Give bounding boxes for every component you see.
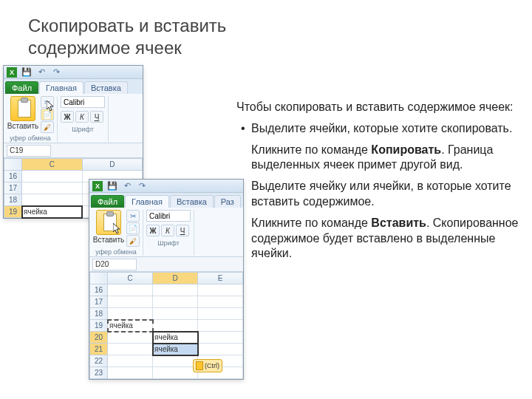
- font-group-label: Шрифт: [146, 239, 191, 247]
- source-cell-c19[interactable]: ячейка: [108, 320, 153, 332]
- paste-options-tag[interactable]: (Ctrl): [193, 359, 222, 372]
- redo-icon[interactable]: ↷: [51, 67, 61, 78]
- save-icon[interactable]: 💾: [107, 181, 117, 191]
- bold-button[interactable]: Ж: [61, 111, 74, 123]
- step-4: Кликните по команде Вставить. Скопирован…: [245, 216, 521, 262]
- italic-button[interactable]: К: [161, 225, 174, 236]
- pasted-cell-d21[interactable]: ячейка: [153, 344, 198, 355]
- copy-button[interactable]: 📄: [126, 222, 140, 234]
- redo-icon[interactable]: ↷: [137, 181, 147, 191]
- home-tab[interactable]: Главная: [125, 195, 169, 208]
- insert-tab[interactable]: Вставка: [84, 81, 128, 94]
- format-painter-button[interactable]: 🖌: [126, 235, 140, 247]
- clipboard-mini-icon: [196, 361, 203, 370]
- col-header-d[interactable]: D: [82, 159, 143, 171]
- bold-button[interactable]: Ж: [146, 225, 160, 236]
- name-box[interactable]: D20: [92, 259, 137, 270]
- page-title: Скопировать и вставить содержимое ячеек: [0, 0, 332, 59]
- cut-button[interactable]: ✂: [126, 210, 140, 222]
- cut-button[interactable]: ✂: [41, 96, 54, 108]
- font-group-label: Шрифт: [61, 126, 105, 133]
- col-header-d[interactable]: D: [153, 273, 198, 284]
- save-icon[interactable]: 💾: [21, 67, 32, 78]
- paste-icon[interactable]: [10, 96, 35, 121]
- undo-icon[interactable]: ↶: [36, 67, 47, 78]
- font-name-input[interactable]: [146, 210, 191, 222]
- step-1: Выделите ячейки, которые хотите скопиров…: [245, 121, 521, 137]
- col-header-e[interactable]: E: [198, 273, 243, 284]
- clipboard-group-label: уфер обмена: [92, 248, 140, 256]
- selected-cell-c19[interactable]: ячейка: [22, 206, 83, 218]
- excel-screenshot-paste: X 💾 ↶ ↷ Файл Главная Вставка Раз Вставит…: [89, 179, 244, 380]
- step-2: Кликните по команде Копировать. Граница …: [245, 143, 521, 174]
- quick-access-toolbar: X 💾 ↶ ↷: [89, 180, 243, 193]
- paste-button[interactable]: Вставить: [92, 236, 125, 244]
- format-painter-button[interactable]: 🖌: [41, 121, 54, 133]
- underline-button[interactable]: Ч: [176, 225, 189, 236]
- copy-button[interactable]: 📄: [41, 109, 54, 120]
- paste-button[interactable]: Вставить: [7, 122, 39, 130]
- step-3: Выделите ячейку или ячейки, в которые хо…: [245, 179, 521, 210]
- pasted-cell-d20[interactable]: ячейка: [153, 332, 198, 344]
- file-tab[interactable]: Файл: [91, 195, 124, 208]
- excel-icon: X: [7, 67, 17, 78]
- paste-icon[interactable]: [96, 210, 121, 235]
- font-name-input[interactable]: [61, 96, 105, 108]
- home-tab[interactable]: Главная: [39, 81, 83, 94]
- col-header-c[interactable]: C: [108, 273, 153, 284]
- undo-icon[interactable]: ↶: [122, 181, 132, 191]
- intro-text: Чтобы скопировать и вставить содержимое …: [236, 100, 521, 115]
- name-box[interactable]: C19: [7, 145, 51, 157]
- quick-access-toolbar: X 💾 ↶ ↷: [4, 66, 143, 79]
- clipboard-group-label: уфер обмена: [7, 134, 54, 142]
- italic-button[interactable]: К: [75, 111, 89, 123]
- col-header-c[interactable]: C: [22, 159, 83, 171]
- layout-tab[interactable]: Раз: [214, 195, 241, 208]
- spreadsheet-grid[interactable]: C D E 16 17 18 19 ячейка 20 ячейка 21 яч…: [89, 272, 243, 379]
- underline-button[interactable]: Ч: [90, 111, 103, 123]
- file-tab[interactable]: Файл: [5, 81, 38, 94]
- excel-icon: X: [92, 181, 103, 191]
- insert-tab[interactable]: Вставка: [170, 195, 214, 208]
- instruction-block: Чтобы скопировать и вставить содержимое …: [236, 100, 521, 267]
